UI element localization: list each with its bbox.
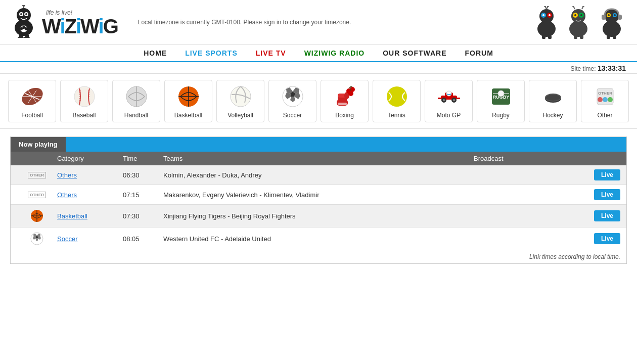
svg-point-110 [608,97,613,102]
row-live: Live [575,233,620,244]
volleyball-icon [228,83,254,110]
svg-text:OTHER: OTHER [598,91,612,96]
nav-radio[interactable]: WIZIWIG RADIO [304,49,365,57]
svg-point-43 [608,14,610,16]
robot-icon-2 [565,6,593,39]
svg-point-5 [25,13,27,15]
sport-motogp[interactable]: Moto GP [425,80,473,122]
category-link[interactable]: Basketball [57,212,87,220]
row-live: Live [575,189,620,200]
nav-live-tv[interactable]: LIVE TV [256,49,286,57]
svg-point-30 [580,14,582,16]
table-row: OTHER Others 06:30 Kolmin, Alexander - D… [11,165,626,185]
sport-soccer-label: Soccer [283,112,302,119]
live-button[interactable]: Live [594,233,620,244]
row-teams: Xinjiang Flying Tigers - Beijing Royal F… [163,212,474,220]
svg-point-17 [542,14,544,16]
now-playing-section: Now playing Category Time Teams Broadcas… [10,136,627,264]
sport-other[interactable]: OTHER Other [581,80,629,122]
col-category: Category [57,155,123,162]
sport-volleyball-label: Volleyball [228,112,253,119]
table-row: OTHER Others 07:15 Makarenkov, Evgeny Va… [11,185,626,205]
basketball-row-icon [30,209,44,223]
svg-point-88 [387,86,407,107]
row-teams: Makarenkov, Evgeny Valerievich - Kliment… [163,191,474,199]
other-badge-icon: OTHER [28,172,46,178]
nav-software[interactable]: OUR SOFTWARE [383,49,446,57]
navigation: HOME LIVE SPORTS LIVE TV WIZIWIG RADIO O… [0,45,637,62]
table-footer-note: Link times according to local time. [11,250,626,263]
row-category: Others [57,191,123,199]
sport-baseball[interactable]: Baseball [60,80,108,122]
soccer-row-icon [30,232,44,246]
svg-rect-45 [607,35,610,39]
svg-point-53 [74,86,95,107]
sport-rugby[interactable]: RUGBY Rugby [477,80,525,122]
nav-forum[interactable]: FORUM [465,49,493,57]
svg-rect-40 [618,15,622,20]
timezone-message: Local timezone is currently GMT-0100. Pl… [138,19,533,26]
row-icon-cell: OTHER [17,192,57,198]
rugby-icon: RUGBY [488,83,514,110]
live-button[interactable]: Live [594,210,620,221]
football-icon [19,83,46,110]
live-button[interactable]: Live [594,189,620,200]
svg-rect-23 [542,35,545,39]
motogp-icon [436,83,462,110]
svg-point-11 [24,36,30,38]
sport-baseball-label: Baseball [72,112,96,119]
sport-handball-label: Handball [124,112,148,119]
table-header: Category Time Teams Broadcast [11,152,626,165]
sport-basketball-label: Basketball [174,112,202,119]
sport-volleyball[interactable]: Volleyball [216,80,264,122]
sport-motogp-label: Moto GP [437,112,461,119]
svg-rect-39 [602,15,606,20]
other-sport-icon: OTHER [592,83,618,110]
boxing-icon [332,83,358,110]
row-teams: Kolmin, Alexander - Duka, Andrey [163,171,474,179]
robot-icon-1 [533,6,561,39]
svg-point-84 [348,91,353,96]
sport-tennis-label: Tennis [388,112,405,119]
row-icon-cell [17,232,57,246]
sport-football[interactable]: Football [8,80,56,122]
logo-wrapper: life is live! WiZiWiG [10,5,118,39]
svg-point-105 [546,95,560,101]
sport-hockey-label: Hockey [542,112,563,119]
category-link[interactable]: Soccer [57,235,77,243]
svg-rect-35 [574,35,577,39]
svg-point-7 [22,5,25,7]
svg-rect-81 [338,103,347,105]
row-teams: Western United FC - Adelaide United [163,235,474,243]
sport-hockey[interactable]: Hockey [529,80,577,122]
col-icon [17,155,57,162]
sport-football-label: Football [21,112,43,119]
sport-tennis[interactable]: Tennis [373,80,421,122]
svg-point-69 [231,86,251,107]
svg-point-109 [603,97,608,102]
category-link[interactable]: Others [57,171,77,179]
nav-home[interactable]: HOME [144,49,167,57]
nav-live-sports[interactable]: LIVE SPORTS [185,49,238,57]
row-icon-cell: OTHER [17,172,57,178]
col-action [575,155,620,162]
sport-boxing-label: Boxing [335,112,354,119]
row-time: 06:30 [123,171,163,179]
svg-rect-24 [548,35,552,39]
row-time: 07:15 [123,191,163,199]
category-link[interactable]: Others [57,191,77,199]
site-time-value: 13:33:31 [598,64,626,72]
row-icon-cell [17,209,57,223]
col-time: Time [123,155,163,162]
robot-icon-3 [597,6,627,39]
svg-rect-91 [438,98,442,99]
live-button[interactable]: Live [594,169,620,180]
sport-basketball[interactable]: Basketball [164,80,212,122]
sport-boxing[interactable]: Boxing [321,80,369,122]
sports-row: Football Baseball Handball [0,73,637,129]
header: life is live! WiZiWiG Local timezone is … [0,0,637,45]
sport-soccer[interactable]: Soccer [268,80,316,122]
sport-handball[interactable]: Handball [112,80,160,122]
header-robots [533,6,627,39]
svg-point-29 [574,14,576,16]
